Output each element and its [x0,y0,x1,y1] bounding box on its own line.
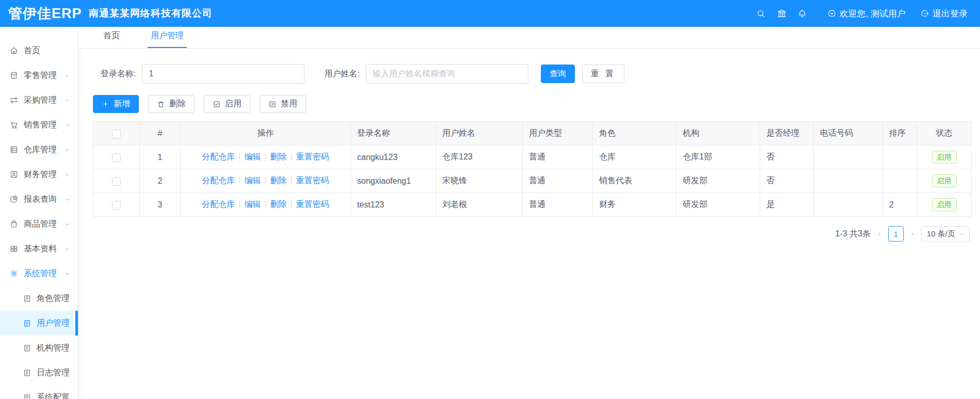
search-button[interactable]: 查询 [541,65,575,83]
tab[interactable]: 用户管理 [148,25,187,48]
sidebar-item-home[interactable]: 首页 [0,38,78,63]
sidebar-item-icon [9,195,19,204]
column-header: 电话号码 [814,122,883,146]
chevron-icon [64,147,71,153]
action-separator: | [291,200,293,209]
reset-password-link[interactable]: 重置密码 [296,152,329,161]
sidebar-subitem[interactable]: 角色管理 [0,286,78,311]
table-row: 3 分配仓库|编辑|删除|重置密码 test123 刘老根 普通 财务 研发部 … [93,193,972,217]
reset-button-label: 重 置 [591,69,616,79]
sidebar-item-label: 零售管理 [24,70,64,81]
reset-password-link[interactable]: 重置密码 [296,200,329,209]
sidebar-item-icon [9,170,19,179]
next-page-button[interactable] [909,230,916,237]
sidebar-subitem[interactable]: 日志管理 [0,360,78,385]
sidebar-item-icon [9,244,19,253]
edit-link[interactable]: 编辑 [244,152,261,161]
row-checkbox[interactable] [112,153,121,162]
chevron-icon [64,171,71,178]
cell-login-name: test123 [351,193,436,217]
assign-warehouse-link[interactable]: 分配仓库 [202,176,235,185]
sidebar-subitem[interactable]: 用户管理 [0,311,78,336]
sidebar-item-label: 首页 [24,45,71,56]
x-square-icon [268,100,277,108]
user-name-input[interactable] [366,64,528,84]
sidebar-item-system[interactable]: 系统管理 [0,261,78,286]
chevron-icon [64,122,71,129]
assign-warehouse-link[interactable]: 分配仓库 [202,152,235,161]
sidebar-item-icon [9,71,19,80]
row-checkbox[interactable] [112,177,121,186]
sidebar-subitem[interactable]: 机构管理 [0,336,78,360]
delete-link[interactable]: 删除 [270,176,287,185]
action-separator: | [264,176,266,185]
cell-phone [814,193,883,217]
edit-link[interactable]: 编辑 [244,176,261,185]
enable-button-label: 启用 [225,99,242,109]
delete-link[interactable]: 删除 [270,200,287,209]
sidebar-item-icon [9,95,19,105]
sidebar-item-retail[interactable]: 零售管理 [0,63,78,88]
cell-status: 启用 [917,169,972,193]
sidebar-item-goods[interactable]: 商品管理 [0,212,78,236]
sidebar-item-basic[interactable]: 基本资料 [0,236,78,261]
sidebar-subitem-label: 机构管理 [37,343,70,354]
top-bar: 管伊佳ERP 南通某某网络科技有限公司 欢迎您, 测试用户 退出登录 [0,0,980,27]
search-icon[interactable] [751,3,772,24]
column-header: 是否经理 [760,122,814,146]
company-name: 南通某某网络科技有限公司 [89,7,213,20]
reset-button[interactable]: 重 置 [582,65,624,83]
chevron-icon [64,72,71,79]
sidebar-item-report[interactable]: 报表查询 [0,187,78,212]
add-button[interactable]: 新增 [93,95,139,113]
logout-button[interactable]: 退出登录 [920,8,968,20]
sidebar-subitem[interactable]: 系统配置 [0,385,78,399]
page-size-select[interactable]: 10 条/页 [921,226,970,242]
assign-warehouse-link[interactable]: 分配仓库 [202,200,235,209]
login-name-input[interactable] [142,64,304,84]
column-header: # [140,122,181,146]
tenant-icon[interactable] [772,3,792,24]
action-separator: | [291,152,293,161]
enable-button[interactable]: 启用 [204,95,250,113]
sidebar-item-label: 仓库管理 [24,145,64,155]
sidebar-subitem-label: 角色管理 [37,293,70,304]
status-badge: 启用 [932,198,957,211]
table-row: 1 分配仓库|编辑|删除|重置密码 cangku123 仓库123 普通 仓库 … [93,146,972,169]
sidebar-subitem-label: 系统配置 [37,392,70,399]
sidebar-item-label: 销售管理 [24,120,64,131]
disable-button[interactable]: 禁用 [260,95,306,113]
cell-login-name: songxiaofeng1 [351,169,436,193]
column-header: 登录名称 [351,122,436,146]
reset-password-link[interactable]: 重置密码 [296,176,329,185]
sidebar-item-icon [9,219,19,229]
sidebar-item-warehouse[interactable]: 仓库管理 [0,137,78,162]
doc-icon [23,344,31,353]
select-all-checkbox[interactable] [112,130,121,138]
delete-button-label: 删除 [169,99,186,109]
page-number-1[interactable]: 1 [888,226,904,242]
doc-icon [23,319,31,328]
prev-page-button[interactable] [876,230,883,237]
status-badge: 启用 [932,174,957,187]
chevron-icon [64,97,71,104]
sidebar-item-sales[interactable]: 销售管理 [0,113,78,137]
cell-actions: 分配仓库|编辑|删除|重置密码 [181,169,351,193]
notification-bell-icon[interactable] [792,3,813,24]
delete-button[interactable]: 删除 [148,95,195,113]
logout-label: 退出登录 [933,8,968,20]
row-checkbox[interactable] [112,201,121,210]
sidebar-item-finance[interactable]: 财务管理 [0,162,78,187]
cell-user-type: 普通 [523,169,593,193]
edit-link[interactable]: 编辑 [244,200,261,209]
plus-icon [102,100,109,108]
tab[interactable]: 首页 [100,25,123,48]
chevron-down-icon [958,231,965,237]
tab-strip: 首页用户管理 [78,27,980,49]
cell-role: 仓库 [593,146,677,169]
cell-org: 仓库1部 [677,146,760,169]
user-menu[interactable]: 欢迎您, 测试用户 [827,8,906,20]
sidebar-item-purchase[interactable]: 采购管理 [0,88,78,113]
delete-link[interactable]: 删除 [270,152,287,161]
disable-button-label: 禁用 [281,99,297,109]
